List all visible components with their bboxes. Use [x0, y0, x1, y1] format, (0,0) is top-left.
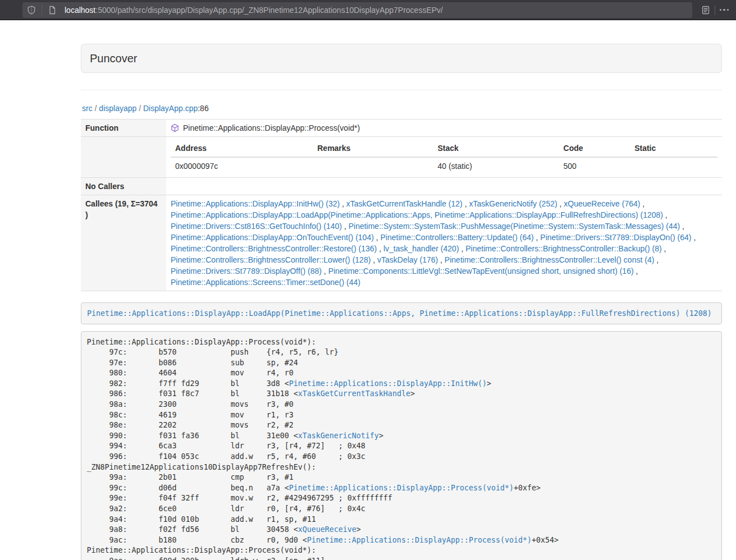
url-path: :5000/path/src/displayapp/DisplayApp.cpp… — [95, 6, 443, 15]
callee-link[interactable]: Pinetime::Drivers::Cst816S::GetTouchInfo… — [171, 222, 342, 231]
browser-toolbar: localhost:5000/path/src/displayapp/Displ… — [0, 0, 736, 20]
app-title: Puncover — [90, 53, 713, 65]
code-symbol-link[interactable]: Pinetime::Applications::DisplayApp::Proc… — [289, 484, 514, 492]
stats-header-cell: Code — [559, 140, 630, 157]
code-symbol-link[interactable]: xTaskGetCurrentTaskHandle — [298, 389, 410, 398]
url-host: localhost — [65, 6, 95, 15]
callee-link[interactable]: xTaskGenericNotify (252) — [469, 199, 557, 208]
highlighted-callee-link[interactable]: Pinetime::Applications::DisplayApp::Load… — [87, 309, 712, 318]
callee-link[interactable]: Pinetime::Applications::DisplayApp::Init… — [171, 199, 340, 208]
stats-header-cell: Stack — [433, 140, 559, 157]
stats-table: AddressRemarksStackCodeStatic 0x0000097c… — [171, 140, 717, 175]
callees-row: Callees (19, Σ=3704 ) Pinetime::Applicat… — [81, 195, 722, 291]
breadcrumb: src / displayapp / DisplayApp.cpp:86 — [82, 103, 722, 114]
stats-value-cell — [630, 157, 717, 175]
callee-link[interactable]: Pinetime::Controllers::BrightnessControl… — [465, 244, 661, 253]
highlighted-callee-box: Pinetime::Applications::DisplayApp::Load… — [81, 302, 722, 324]
app-header-panel: Puncover — [81, 44, 722, 73]
callee-link[interactable]: xQueueReceive (764) — [564, 199, 640, 208]
no-callers-row: No Callers — [81, 178, 722, 195]
stats-value-cell: 500 — [559, 157, 630, 175]
function-row-label: Function — [81, 120, 166, 137]
stats-value-cell — [313, 157, 433, 175]
stats-row: AddressRemarksStackCodeStatic 0x0000097c… — [81, 137, 722, 178]
reader-mode-icon — [701, 6, 710, 15]
breadcrumb-link-file[interactable]: DisplayApp.cpp — [143, 104, 198, 113]
callees-cell: Pinetime::Applications::DisplayApp::Init… — [166, 195, 722, 291]
code-symbol-link[interactable]: xQueueReceive — [298, 525, 356, 534]
disassembly: Pinetime::Applications::DisplayApp::Proc… — [81, 331, 722, 560]
toolbar-actions — [698, 2, 732, 18]
callee-link[interactable]: Pinetime::Applications::DisplayApp::Load… — [171, 210, 663, 219]
stats-header-cell: Remarks — [313, 140, 433, 157]
callees-label: Callees (19, Σ=3704 ) — [81, 195, 166, 291]
symbol-cube-icon — [171, 123, 179, 132]
callee-link[interactable]: vTaskDelay (176) — [377, 255, 438, 264]
stats-value-cell: 40 (static) — [433, 157, 559, 175]
toolbar-divider — [715, 5, 715, 15]
divider-rule — [81, 90, 722, 90]
page-content: Puncover src / displayapp / DisplayApp.c… — [81, 20, 722, 560]
callee-link[interactable]: Pinetime::Drivers::St7789::DisplayOn() (… — [540, 233, 691, 242]
callee-link[interactable]: Pinetime::Applications::DisplayApp::OnTo… — [171, 233, 374, 242]
url-text: localhost:5000/path/src/displayapp/Displ… — [65, 6, 443, 15]
breadcrumb-separator: / — [136, 104, 143, 113]
code-symbol-link[interactable]: Pinetime::Applications::DisplayApp::Proc… — [307, 536, 532, 544]
breadcrumb-line-number: :86 — [198, 104, 208, 113]
reader-mode-button[interactable] — [698, 2, 714, 18]
page-icon[interactable] — [48, 6, 57, 15]
url-bar[interactable]: localhost:5000/path/src/displayapp/Displ… — [22, 2, 692, 18]
callee-link[interactable]: Pinetime::Controllers::Battery::Update()… — [381, 233, 534, 242]
breadcrumb-link-src[interactable]: src — [82, 104, 93, 113]
function-row: Function Pinetime::Applications::Display… — [81, 120, 722, 137]
callee-link[interactable]: Pinetime::Applications::Screens::Timer::… — [171, 278, 360, 287]
callee-link[interactable]: Pinetime::Controllers::BrightnessControl… — [171, 244, 377, 253]
url-bar-divider — [42, 5, 42, 15]
code-symbol-link[interactable]: xTaskGenericNotify — [298, 432, 379, 440]
function-name: Pinetime::Applications::DisplayApp::Proc… — [183, 122, 360, 134]
stats-header-cell: Address — [171, 140, 313, 157]
callee-link[interactable]: Pinetime::Components::LittleVgl::SetNewT… — [328, 267, 634, 276]
breadcrumb-link-displayapp[interactable]: displayapp — [99, 104, 136, 113]
callee-link[interactable]: Pinetime::Controllers::BrightnessControl… — [445, 255, 654, 264]
callee-link[interactable]: Pinetime::Drivers::St7789::DisplayOff() … — [171, 267, 322, 276]
stats-header-row: AddressRemarksStackCodeStatic — [171, 140, 717, 157]
no-callers-label: No Callers — [81, 178, 166, 195]
function-table: Function Pinetime::Applications::Display… — [81, 119, 722, 291]
code-symbol-link[interactable]: Pinetime::Applications::DisplayApp::Init… — [289, 379, 487, 388]
callee-link[interactable]: Pinetime::System::SystemTask::PushMessag… — [349, 222, 680, 231]
stats-header-cell: Static — [630, 140, 717, 157]
callee-link[interactable]: Pinetime::Controllers::BrightnessControl… — [171, 255, 371, 264]
callee-link[interactable]: xTaskGetCurrentTaskHandle (12) — [346, 199, 463, 208]
overflow-menu-button[interactable] — [716, 2, 732, 18]
stats-value-cell: 0x0000097c — [171, 157, 313, 175]
callee-link[interactable]: lv_task_handler (420) — [383, 244, 459, 253]
shield-icon[interactable] — [27, 6, 36, 15]
breadcrumb-separator: / — [93, 104, 99, 113]
overflow-menu-icon — [720, 9, 729, 11]
stats-value-row: 0x0000097c40 (static)500 — [171, 157, 717, 175]
